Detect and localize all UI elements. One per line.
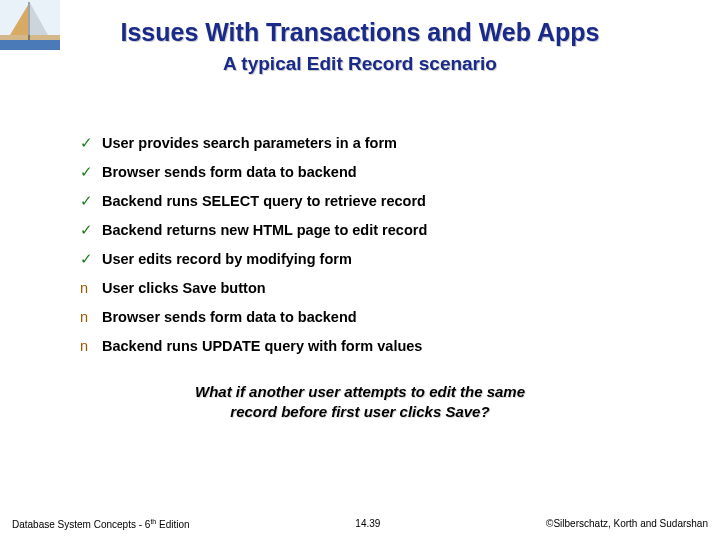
footer-left: Database System Concepts - 6th Edition	[12, 518, 190, 530]
list-item: ✓ Browser sends form data to backend	[80, 164, 650, 180]
n-bullet-icon: n	[80, 309, 102, 325]
footer-right: ©Silberschatz, Korth and Sudarshan	[546, 518, 708, 530]
check-icon: ✓	[80, 164, 102, 180]
sailboat-logo	[0, 0, 60, 50]
item-text: User clicks Save button	[102, 280, 266, 296]
slide-footer: Database System Concepts - 6th Edition 1…	[0, 518, 720, 530]
item-text: User provides search parameters in a for…	[102, 135, 397, 151]
callout-question: What if another user attempts to edit th…	[0, 382, 720, 423]
list-item: ✓ User provides search parameters in a f…	[80, 135, 650, 151]
item-text: Backend runs UPDATE query with form valu…	[102, 338, 422, 354]
check-icon: ✓	[80, 135, 102, 151]
svg-rect-1	[0, 35, 60, 40]
check-icon: ✓	[80, 193, 102, 209]
n-bullet-icon: n	[80, 338, 102, 354]
svg-rect-5	[0, 0, 60, 35]
list-item: n Browser sends form data to backend	[80, 309, 650, 325]
check-icon: ✓	[80, 222, 102, 238]
list-item: ✓ Backend runs SELECT query to retrieve …	[80, 193, 650, 209]
svg-rect-0	[0, 40, 60, 50]
item-text: Backend runs SELECT query to retrieve re…	[102, 193, 426, 209]
item-text: User edits record by modifying form	[102, 251, 352, 267]
list-item: ✓ Backend returns new HTML page to edit …	[80, 222, 650, 238]
slide-title: Issues With Transactions and Web Apps	[0, 0, 720, 47]
slide-subtitle: A typical Edit Record scenario	[0, 53, 720, 75]
bullet-list: ✓ User provides search parameters in a f…	[80, 135, 650, 354]
item-text: Backend returns new HTML page to edit re…	[102, 222, 427, 238]
list-item: n Backend runs UPDATE query with form va…	[80, 338, 650, 354]
list-item: n User clicks Save button	[80, 280, 650, 296]
footer-center: 14.39	[355, 518, 380, 530]
item-text: Browser sends form data to backend	[102, 164, 357, 180]
callout-line1: What if another user attempts to edit th…	[195, 383, 525, 400]
check-icon: ✓	[80, 251, 102, 267]
list-item: ✓ User edits record by modifying form	[80, 251, 650, 267]
callout-line2: record before first user clicks Save?	[230, 403, 489, 420]
n-bullet-icon: n	[80, 280, 102, 296]
item-text: Browser sends form data to backend	[102, 309, 357, 325]
